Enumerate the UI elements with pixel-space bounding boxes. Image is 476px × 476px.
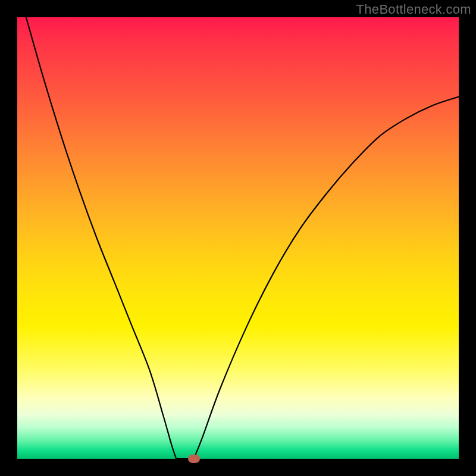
chart-container: TheBottleneck.com <box>0 0 476 476</box>
bottleneck-curve <box>17 17 459 459</box>
optimum-marker <box>188 455 200 463</box>
watermark-text: TheBottleneck.com <box>356 2 471 17</box>
plot-area <box>17 17 459 459</box>
